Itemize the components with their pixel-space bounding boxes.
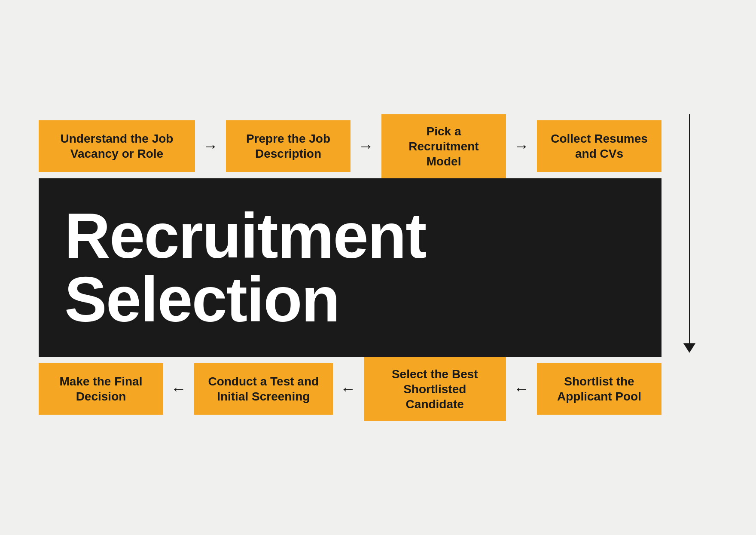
full-layout: Understand the Job Vacancy or Role → Pre…: [39, 114, 717, 421]
step-label-3: Pick a Recruitment Model: [393, 124, 494, 169]
step-box-7: Select the Best Shortlisted Candidate: [364, 357, 506, 421]
step-box-4: Collect Resumes and CVs: [537, 120, 662, 172]
main-box: Recruitment Selection: [39, 178, 662, 357]
vertical-line: [689, 114, 690, 343]
step-label-4: Collect Resumes and CVs: [549, 131, 649, 161]
step-box-2: Prepre the Job Description: [226, 120, 351, 172]
step-box-6: Conduct a Test and Initial Screening: [194, 363, 333, 415]
step-box-5: Make the Final Decision: [39, 363, 163, 415]
step-label-5: Make the Final Decision: [51, 374, 151, 404]
arrow-1: →: [195, 137, 226, 155]
arrow-3: →: [506, 137, 537, 155]
step-label-6: Conduct a Test and Initial Screening: [206, 374, 321, 404]
step-box-8: Shortlist the Applicant Pool: [537, 363, 662, 415]
arrow-left-1: ←: [163, 380, 194, 398]
step-label-2: Prepre the Job Description: [238, 131, 338, 161]
diagram-container: Understand the Job Vacancy or Role → Pre…: [39, 114, 717, 421]
title-line1: Recruitment: [64, 204, 636, 268]
arrow-left-3: ←: [506, 380, 537, 398]
step-label-7: Select the Best Shortlisted Candidate: [376, 367, 494, 412]
arrow-2: →: [351, 137, 381, 155]
top-row: Understand the Job Vacancy or Role → Pre…: [39, 114, 662, 178]
right-vertical-arrow: [662, 114, 717, 357]
step-box-3: Pick a Recruitment Model: [381, 114, 506, 178]
bottom-row: Shortlist the Applicant Pool ← Select th…: [39, 357, 662, 421]
arrow-down-head: [683, 343, 695, 353]
step-box-1: Understand the Job Vacancy or Role: [39, 120, 195, 172]
step-label-1: Understand the Job Vacancy or Role: [51, 131, 183, 161]
black-box: Recruitment Selection: [39, 178, 662, 357]
step-label-8: Shortlist the Applicant Pool: [549, 374, 649, 404]
arrow-left-2: ←: [333, 380, 364, 398]
title-line2: Selection: [64, 268, 636, 331]
